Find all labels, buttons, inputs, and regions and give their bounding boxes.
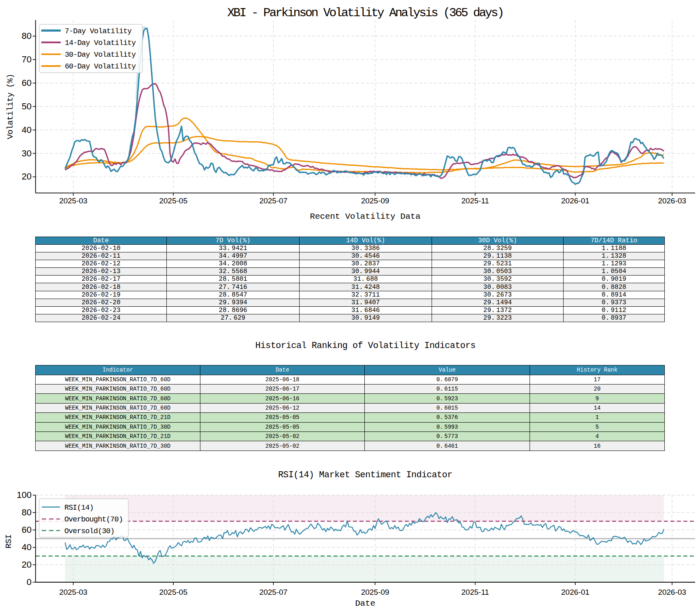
svg-text:30-Day Volatility: 30-Day Volatility xyxy=(65,51,136,59)
svg-text:2025-11: 2025-11 xyxy=(462,588,489,596)
svg-text:2025-07: 2025-07 xyxy=(259,197,287,205)
svg-text:60: 60 xyxy=(22,78,32,88)
svg-text:2025-07: 2025-07 xyxy=(259,588,287,596)
svg-text:20: 20 xyxy=(22,171,32,182)
svg-text:14-Day Volatility: 14-Day Volatility xyxy=(65,39,136,47)
svg-text:2025-03: 2025-03 xyxy=(59,197,87,205)
svg-text:2025-03: 2025-03 xyxy=(59,588,87,596)
svg-text:60: 60 xyxy=(22,525,32,535)
svg-text:XBI - Parkinson Volatility Ana: XBI - Parkinson Volatility Analysis (365… xyxy=(228,6,503,20)
svg-text:Volatility (%): Volatility (%) xyxy=(6,74,15,139)
svg-text:2025-05: 2025-05 xyxy=(159,197,187,205)
svg-text:2025-09: 2025-09 xyxy=(361,197,389,205)
svg-text:2025-05: 2025-05 xyxy=(159,588,187,596)
svg-text:20: 20 xyxy=(22,560,32,570)
svg-text:70: 70 xyxy=(22,54,32,64)
svg-text:40: 40 xyxy=(22,542,32,552)
svg-text:7-Day Volatility: 7-Day Volatility xyxy=(65,27,132,36)
svg-text:2025-09: 2025-09 xyxy=(361,588,389,596)
svg-text:Oversold(30): Oversold(30) xyxy=(64,527,115,536)
svg-text:80: 80 xyxy=(22,31,32,41)
svg-text:2026-01: 2026-01 xyxy=(561,197,589,205)
svg-text:2026-03: 2026-03 xyxy=(658,588,686,596)
svg-text:0: 0 xyxy=(27,577,32,587)
svg-text:Date: Date xyxy=(355,599,375,608)
svg-text:100: 100 xyxy=(17,490,32,500)
svg-text:80: 80 xyxy=(22,507,32,517)
svg-text:30: 30 xyxy=(22,148,32,158)
svg-text:RSI(14) Market Sentiment Indic: RSI(14) Market Sentiment Indicator xyxy=(278,470,452,480)
svg-text:RSI(14): RSI(14) xyxy=(64,504,94,512)
svg-text:60-Day Volatility: 60-Day Volatility xyxy=(65,62,136,71)
svg-text:RSI: RSI xyxy=(4,534,13,549)
svg-text:2025-11: 2025-11 xyxy=(462,197,489,205)
svg-text:Recent Volatility Data: Recent Volatility Data xyxy=(310,212,421,221)
svg-text:Overbought(70): Overbought(70) xyxy=(64,515,123,524)
svg-text:50: 50 xyxy=(22,101,32,111)
svg-text:2026-03: 2026-03 xyxy=(658,197,686,205)
svg-text:40: 40 xyxy=(22,125,32,135)
svg-text:2026-01: 2026-01 xyxy=(561,588,589,596)
